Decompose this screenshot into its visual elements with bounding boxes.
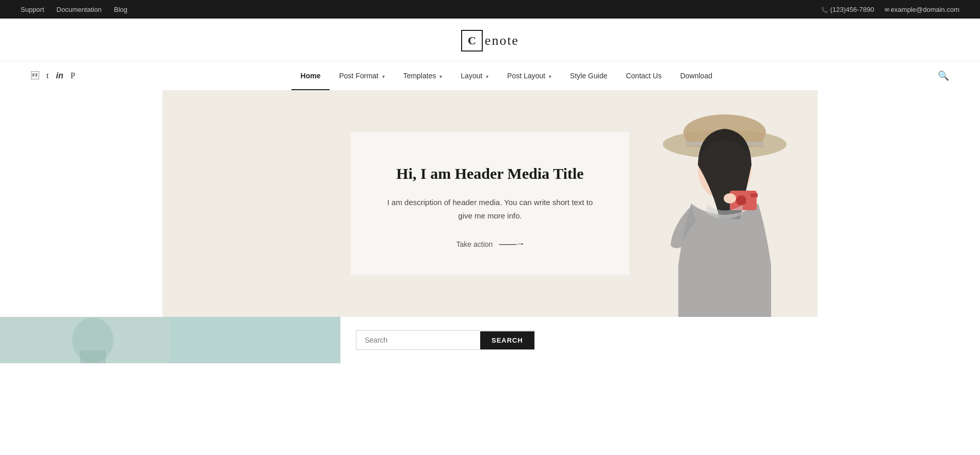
nav-templates[interactable]: Templates ▾ — [394, 61, 452, 90]
support-link[interactable]: Support — [21, 6, 44, 13]
logo-area: C enote — [0, 19, 980, 61]
email-address: example@domain.com — [885, 6, 959, 13]
hero-image — [601, 90, 818, 317]
search-button[interactable]: SEARCH — [480, 331, 534, 349]
bottom-image-svg — [0, 317, 340, 363]
documentation-link[interactable]: Documentation — [57, 6, 102, 13]
main-nav: Home Post Format ▾ Templates ▾ Layout ▾ … — [291, 61, 722, 90]
nav-contact-us[interactable]: Contact Us — [616, 61, 671, 90]
nav-post-format[interactable]: Post Format ▾ — [330, 61, 394, 90]
chevron-down-icon: ▾ — [549, 74, 551, 79]
blog-link[interactable]: Blog — [114, 6, 127, 13]
search-input[interactable] — [356, 331, 480, 349]
svg-rect-12 — [80, 350, 106, 363]
hero-content-box: Hi, I am Header Media Title I am descrip… — [351, 132, 629, 275]
logo-letter: C — [461, 30, 483, 52]
svg-point-8 — [724, 193, 736, 204]
cta-arrow-icon: ——→ — [499, 239, 524, 249]
hero-description: I am description of header media. You ca… — [382, 196, 598, 222]
hero-cta-button[interactable]: Take action ——→ — [382, 239, 598, 249]
nav-layout[interactable]: Layout ▾ — [451, 61, 498, 90]
svg-rect-7 — [750, 193, 758, 197]
facebook-icon[interactable]:  — [31, 71, 39, 80]
hero-title: Hi, I am Header Media Title — [382, 163, 598, 183]
search-bar: SEARCH — [356, 330, 535, 350]
top-bar-contact: (123)456-7890 example@domain.com — [821, 6, 959, 13]
nav-style-guide[interactable]: Style Guide — [561, 61, 616, 90]
bottom-strip-image — [0, 317, 340, 363]
twitter-icon[interactable]: t — [46, 71, 48, 80]
svg-point-6 — [736, 195, 746, 206]
social-icons:  t in P — [31, 71, 75, 80]
logo[interactable]: C enote — [461, 30, 519, 52]
nav-area:  t in P Home Post Format ▾ Templates ▾ … — [0, 61, 980, 90]
bottom-strip: SEARCH — [0, 317, 980, 363]
hero-section: Hi, I am Header Media Title I am descrip… — [162, 90, 818, 317]
logo-text: enote — [485, 33, 519, 48]
nav-post-layout[interactable]: Post Layout ▾ — [498, 61, 561, 90]
nav-download[interactable]: Download — [671, 61, 722, 90]
linkedin-icon[interactable]: in — [56, 71, 63, 80]
phone-number: (123)456-7890 — [821, 6, 874, 13]
chevron-down-icon: ▾ — [486, 74, 488, 79]
chevron-down-icon: ▾ — [382, 74, 385, 79]
chevron-down-icon: ▾ — [439, 74, 442, 79]
cta-label: Take action — [456, 240, 493, 248]
top-bar-links: Support Documentation Blog — [21, 6, 127, 13]
top-bar: Support Documentation Blog (123)456-7890… — [0, 0, 980, 19]
search-icon[interactable]: 🔍 — [938, 70, 949, 81]
nav-home[interactable]: Home — [291, 61, 330, 90]
bottom-strip-right: SEARCH — [340, 317, 980, 363]
pinterest-icon[interactable]: P — [71, 71, 75, 80]
